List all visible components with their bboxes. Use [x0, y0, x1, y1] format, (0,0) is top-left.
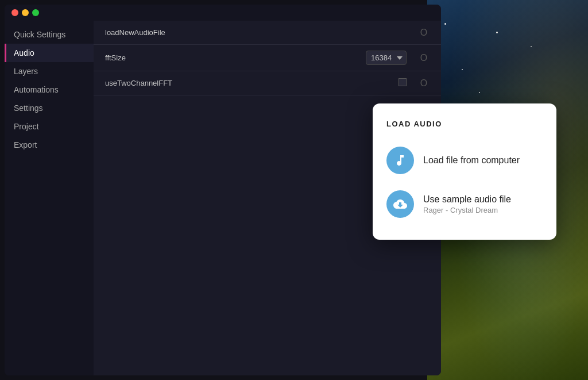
sidebar-item-automations[interactable]: Automations [5, 80, 94, 99]
sidebar-item-settings[interactable]: Settings [5, 99, 94, 117]
fft-size-row: fftSize 512 1024 2048 4096 8192 16384 32… [94, 45, 441, 71]
use-sample-text: Use sample audio file Rager - Crystal Dr… [423, 194, 511, 214]
load-file-icon [386, 147, 414, 174]
two-channel-control [399, 78, 407, 89]
modal-title: LOAD AUDIO [386, 120, 543, 128]
load-audio-modal: LOAD AUDIO Load file from computer [373, 103, 556, 240]
load-file-option[interactable]: Load file from computer [386, 141, 543, 180]
load-audio-label: loadNewAudioFile [105, 28, 407, 37]
sidebar-item-audio[interactable]: Audio [5, 44, 94, 62]
fft-size-indicator[interactable]: O [418, 53, 430, 63]
two-channel-checkbox[interactable] [399, 78, 407, 86]
sidebar: Quick Settings Audio Layers Automations … [5, 21, 94, 375]
use-sample-label: Use sample audio file [423, 194, 511, 205]
music-note-icon [393, 153, 407, 167]
two-channel-label: useTwoChannelFFT [105, 79, 399, 87]
sidebar-item-quick-settings[interactable]: Quick Settings [5, 25, 94, 44]
use-sample-option[interactable]: Use sample audio file Rager - Crystal Dr… [386, 185, 543, 224]
load-file-text: Load file from computer [423, 155, 520, 166]
use-sample-sublabel: Rager - Crystal Dream [423, 206, 511, 214]
fft-size-label: fftSize [105, 53, 366, 62]
use-sample-icon [386, 190, 414, 218]
maximize-button[interactable] [32, 9, 39, 16]
fft-size-control: 512 1024 2048 4096 8192 16384 32768 [366, 51, 407, 65]
load-audio-indicator[interactable]: O [418, 28, 430, 38]
two-channel-row: useTwoChannelFFT O [94, 71, 441, 95]
two-channel-indicator[interactable]: O [418, 78, 430, 89]
load-audio-row: loadNewAudioFile O [94, 21, 441, 45]
sidebar-item-export[interactable]: Export [5, 136, 94, 154]
title-bar [5, 5, 441, 21]
cloud-download-icon [393, 197, 407, 211]
close-button[interactable] [11, 9, 18, 16]
fft-size-select[interactable]: 512 1024 2048 4096 8192 16384 32768 [366, 51, 407, 65]
outer-background: Quick Settings Audio Layers Automations … [0, 0, 588, 380]
sidebar-item-layers[interactable]: Layers [5, 62, 94, 80]
load-file-label: Load file from computer [423, 155, 520, 166]
minimize-button[interactable] [22, 9, 29, 16]
sidebar-item-project[interactable]: Project [5, 117, 94, 136]
